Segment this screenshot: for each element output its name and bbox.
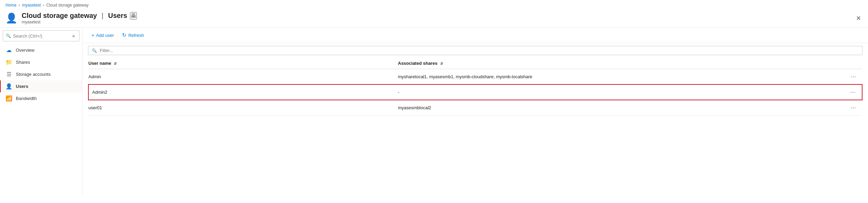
users-table: User name ⇵ Associated shares ⇵ Admin [88, 58, 862, 115]
plus-icon: + [91, 32, 94, 38]
bandwidth-icon: 📶 [6, 95, 12, 102]
header-subtitle: myasetest [22, 20, 137, 24]
refresh-icon: ↻ [122, 32, 127, 38]
storage-icon: ☰ [6, 71, 12, 78]
refresh-button[interactable]: ↻ Refresh [119, 30, 148, 40]
header-left: 👤 Cloud storage gateway | Users 🖶 myaset… [6, 12, 137, 24]
sort-icon-username: ⇵ [114, 62, 117, 65]
sidebar: 🔍 « ☁ Overview 📁 Shares ☰ Storage accoun… [0, 28, 83, 196]
filter-input[interactable] [100, 48, 859, 53]
cell-actions: ⋯ [824, 69, 862, 84]
breadcrumb-current: Cloud storage gateway [46, 3, 89, 8]
table-row: Admin2 - ⋯ [88, 84, 862, 100]
print-button[interactable]: 🖶 [130, 12, 137, 20]
sidebar-item-users[interactable]: 👤 Users [0, 80, 82, 92]
header-title-group: Cloud storage gateway | Users 🖶 myasetes… [22, 12, 137, 24]
user-icon: 👤 [6, 12, 18, 24]
header-actions: ✕ [855, 13, 862, 23]
table-body: Admin mysharelocal1, myasesmb1, mysmb-cl… [88, 69, 862, 115]
cell-actions: ⋯ [824, 84, 862, 100]
collapse-button[interactable]: « [71, 32, 76, 39]
cell-username: user01 [88, 100, 398, 115]
sidebar-item-overview[interactable]: ☁ Overview [0, 44, 82, 56]
column-header-shares[interactable]: Associated shares ⇵ [398, 58, 824, 69]
sidebar-item-label: Shares [16, 60, 30, 65]
content-area: + Add user ↻ Refresh 🔍 User name ⇵ [83, 28, 868, 196]
sidebar-item-label: Overview [16, 48, 34, 53]
cell-actions: ⋯ [824, 100, 862, 115]
add-user-button[interactable]: + Add user [88, 31, 117, 40]
filter-bar[interactable]: 🔍 [88, 46, 862, 55]
breadcrumb-home[interactable]: Home [6, 3, 17, 8]
search-box[interactable]: 🔍 « [3, 30, 79, 41]
cell-username: Admin2 [88, 84, 398, 100]
header: 👤 Cloud storage gateway | Users 🖶 myaset… [0, 10, 868, 28]
sidebar-item-storage-accounts[interactable]: ☰ Storage accounts [0, 68, 82, 80]
filter-icon: 🔍 [92, 48, 97, 53]
table-container: User name ⇵ Associated shares ⇵ Admin [83, 58, 868, 196]
sidebar-item-shares[interactable]: 📁 Shares [0, 56, 82, 68]
sidebar-item-label: Bandwidth [16, 96, 37, 101]
nav-menu: ☁ Overview 📁 Shares ☰ Storage accounts 👤… [0, 44, 82, 104]
close-button[interactable]: ✕ [855, 13, 862, 23]
page-title: Cloud storage gateway | Users [22, 12, 127, 20]
person-icon: 👤 [6, 83, 12, 90]
sidebar-item-label: Storage accounts [16, 72, 51, 77]
table-row: Admin mysharelocal1, myasesmb1, mysmb-cl… [88, 69, 862, 84]
breadcrumb-sep1: › [19, 3, 20, 8]
search-icon: 🔍 [6, 33, 11, 38]
add-user-label: Add user [96, 33, 114, 38]
folder-icon: 📁 [6, 59, 12, 65]
table-row: user01 myasesmblocal2 ⋯ [88, 100, 862, 115]
cell-shares: - [398, 84, 824, 100]
breadcrumb-sep2: › [43, 3, 44, 8]
cell-username: Admin [88, 69, 398, 84]
breadcrumb-myasetest[interactable]: myasetest [22, 3, 41, 8]
cell-shares: mysharelocal1, myasesmb1, mysmb-cloudsha… [398, 69, 824, 84]
column-header-actions [824, 58, 862, 69]
sidebar-item-label: Users [16, 84, 28, 89]
breadcrumb: Home › myasetest › Cloud storage gateway [0, 0, 868, 10]
cell-shares: myasesmblocal2 [398, 100, 824, 115]
search-input[interactable] [13, 33, 69, 39]
column-header-username[interactable]: User name ⇵ [88, 58, 398, 69]
cloud-icon: ☁ [6, 47, 12, 53]
table-header: User name ⇵ Associated shares ⇵ [88, 58, 862, 69]
more-options-button[interactable]: ⋯ [848, 104, 858, 112]
sort-icon-shares: ⇵ [440, 62, 443, 65]
more-options-button[interactable]: ⋯ [848, 73, 858, 81]
more-options-button[interactable]: ⋯ [848, 88, 858, 96]
main-layout: 🔍 « ☁ Overview 📁 Shares ☰ Storage accoun… [0, 28, 868, 196]
sidebar-item-bandwidth[interactable]: 📶 Bandwidth [0, 92, 82, 104]
refresh-label: Refresh [128, 33, 144, 38]
toolbar: + Add user ↻ Refresh [83, 28, 868, 43]
